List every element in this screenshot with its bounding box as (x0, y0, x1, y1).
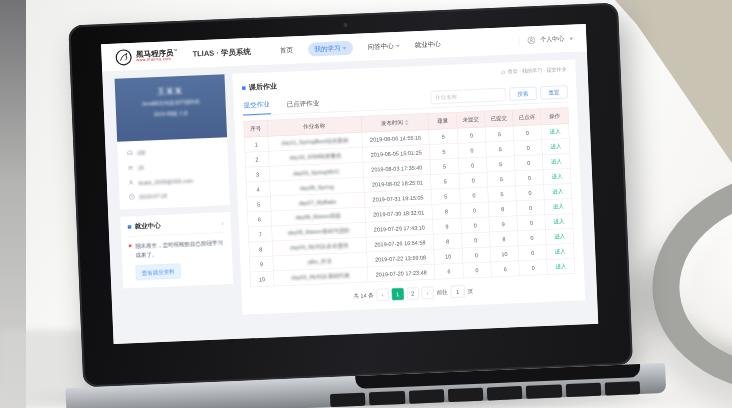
search-button[interactable]: 搜索 (509, 87, 537, 101)
submitted-count: 5 (486, 141, 515, 157)
question-count: 8 (432, 203, 461, 219)
nav-qa-center[interactable]: 问答中心 (368, 41, 400, 51)
row-index: 9 (249, 256, 273, 272)
building-icon (127, 150, 134, 157)
reset-button[interactable]: 重置 (540, 85, 568, 99)
col-reviewed: 已点评 (513, 109, 542, 126)
goto-label: 前往 (436, 288, 447, 296)
row-index: 10 (250, 271, 274, 287)
row-index: 7 (248, 226, 272, 242)
submitted-count: 8 (488, 201, 517, 217)
users-icon (127, 165, 134, 172)
nav-employment-center[interactable]: 就业中心 (415, 39, 441, 49)
reviewed-count: 0 (514, 140, 543, 156)
tab-reviewed-homework[interactable]: 已点评作业 (285, 94, 320, 113)
page-title: 课后作业 (242, 82, 277, 92)
row-index: 1 (244, 136, 268, 152)
question-count: 10 (434, 248, 463, 264)
submitted-count: 9 (489, 216, 518, 232)
photo-scene: 黑马程序员™ www.itheima.com TLIAS · 学员系统 首页 我… (0, 0, 732, 408)
next-page-button[interactable]: › (421, 287, 433, 299)
question-count: 5 (431, 173, 460, 189)
view-employment-profile-button[interactable]: 查看就业资料 (135, 264, 181, 280)
class-line1: JavaEE在线就业57期班级 (116, 97, 226, 109)
row-index: 4 (246, 181, 270, 197)
webcam-dot (343, 23, 347, 27)
row-index: 8 (249, 241, 273, 257)
employment-notice: 期末将至，是时候检验自己阶段学习成果了。 (128, 238, 225, 260)
divider (128, 232, 224, 237)
page-unit-label: 页 (467, 287, 473, 295)
chevron-right-icon[interactable]: › (221, 219, 223, 227)
reviewed-count: 0 (518, 245, 547, 261)
nav-home[interactable]: 首页 (280, 46, 293, 56)
app-window: 黑马程序员™ www.itheima.com TLIAS · 学员系统 首页 我… (101, 24, 598, 344)
homework-name-input[interactable] (430, 88, 505, 104)
nav-my-learning[interactable]: 我的学习 (308, 41, 354, 57)
blue-square-bullet (242, 86, 246, 90)
enter-link[interactable]: 进入 (546, 228, 574, 244)
sort-icon[interactable] (405, 120, 409, 126)
employment-card-header[interactable]: 就业中心 › (128, 218, 224, 231)
question-count: 9 (433, 218, 462, 234)
reviewed-count: 0 (516, 200, 545, 216)
profile-info-list: 2班 15 itcast_2019@163.com (117, 137, 230, 210)
not-submitted-count: 0 (457, 127, 486, 143)
home-icon (501, 69, 506, 74)
id-card-icon (128, 179, 135, 186)
laptop-screen: 黑马程序员™ www.itheima.com TLIAS · 学员系统 首页 我… (101, 24, 598, 344)
question-count: 5 (430, 158, 459, 174)
question-count: 6 (435, 263, 464, 279)
profile-banner: 王某某 JavaEE在线就业57期班级 2019-08期 入学 (115, 74, 228, 142)
enter-link[interactable]: 进入 (544, 199, 572, 215)
row-index: 2 (245, 151, 269, 167)
laptop: 黑马程序员™ www.itheima.com TLIAS · 学员系统 首页 我… (68, 0, 634, 408)
submitted-count: 5 (487, 171, 516, 187)
chevron-down-icon (569, 38, 573, 41)
not-submitted-count: 0 (461, 232, 490, 248)
enter-link[interactable]: 进入 (546, 243, 574, 259)
clock-icon (128, 194, 135, 201)
brand-site: www.itheima.com (136, 57, 178, 63)
list-item: 2019-07-15 (122, 186, 227, 205)
enter-link[interactable]: 进入 (542, 139, 570, 155)
question-count: 5 (429, 143, 458, 159)
row-index: 5 (247, 196, 271, 212)
not-submitted-count: 0 (459, 172, 488, 188)
homework-name: day03_MySQL基础约束 (273, 267, 368, 286)
reviewed-count: 0 (519, 260, 548, 276)
page-button-2[interactable]: 2 (406, 287, 418, 299)
breadcrumb[interactable]: 首页 · 我的学习 · 提交作业 (501, 66, 567, 76)
not-submitted-count: 0 (461, 217, 490, 233)
publish-time: 2019-07-20 17:23:48 (367, 264, 435, 282)
enter-link[interactable]: 进入 (545, 213, 573, 229)
profile-card: 王某某 JavaEE在线就业57期班级 2019-08期 入学 2班 (115, 74, 230, 209)
app-title: TLIAS · 学员系统 (185, 47, 251, 59)
employment-card-title: 就业中心 (135, 221, 161, 231)
question-count: 5 (429, 128, 458, 144)
submitted-count: 10 (490, 246, 519, 262)
page-content: 王某某 JavaEE在线就业57期班级 2019-08期 入学 2班 (102, 52, 597, 327)
laptop-bezel: 黑马程序员™ www.itheima.com TLIAS · 学员系统 首页 我… (68, 3, 633, 388)
not-submitted-count: 0 (458, 142, 487, 158)
not-submitted-count: 0 (463, 262, 492, 278)
enter-link[interactable]: 进入 (541, 124, 569, 140)
chevron-down-icon (396, 45, 400, 48)
tab-submit-homework[interactable]: 提交作业 (242, 95, 271, 115)
submitted-count: 6 (491, 261, 520, 277)
enter-link[interactable]: 进入 (544, 184, 572, 200)
main-panel: 课后作业 首页 · 我的学习 · 提交作业 提交作业 已点评作业 (232, 59, 585, 314)
enter-link[interactable]: 进入 (543, 169, 571, 185)
col-action: 操作 (541, 108, 569, 125)
question-count: 5 (431, 188, 460, 204)
prev-page-button[interactable]: ‹ (376, 289, 388, 301)
user-menu[interactable]: 个人中心 (519, 34, 574, 45)
col-submitted: 已提交 (484, 110, 513, 127)
goto-page-input[interactable] (450, 285, 464, 298)
brand-logo[interactable]: 黑马程序员™ www.itheima.com (114, 46, 178, 67)
enter-link[interactable]: 进入 (547, 258, 575, 274)
enter-link[interactable]: 进入 (542, 154, 570, 170)
reviewed-count: 0 (515, 170, 544, 186)
page-button-1[interactable]: 1 (391, 288, 403, 300)
reviewed-count: 0 (517, 215, 546, 231)
